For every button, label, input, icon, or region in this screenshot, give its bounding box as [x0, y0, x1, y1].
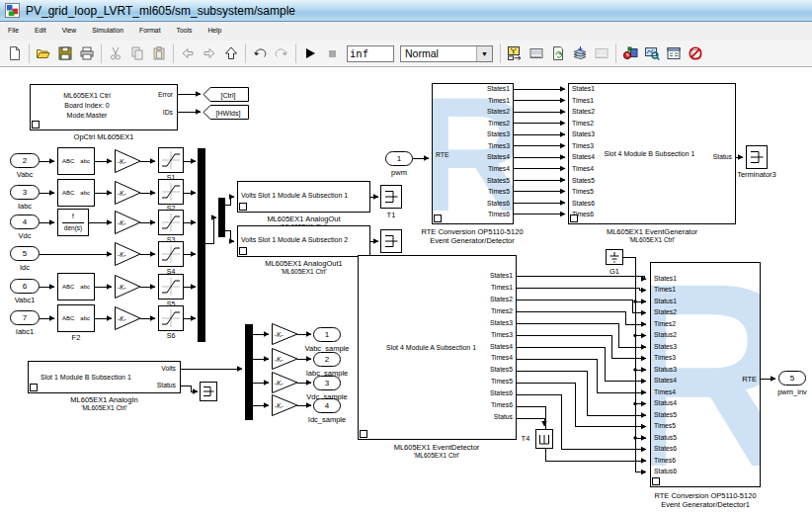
demux-bar-small[interactable] [218, 198, 225, 237]
gain-block-4[interactable]: -K- [115, 242, 141, 266]
block-badge-icon [360, 430, 367, 438]
svg-text:-K-: -K- [275, 402, 284, 409]
port-label: States1 [487, 86, 510, 93]
gain-block-1[interactable]: -K- [115, 149, 141, 173]
block-badge-icon [239, 247, 247, 255]
analogin-subcaption: 'ML605EX1 Ctrl' [28, 404, 181, 412]
port-label: States2 [490, 297, 513, 303]
ground-block-g1[interactable] [606, 249, 623, 265]
abc-conversion-block-2[interactable]: ABCabc [57, 179, 95, 207]
opctrl-block[interactable]: ML605EX1 Ctrl Board Index: 0 Mode:Master… [30, 84, 178, 130]
port-label: States6 [572, 201, 621, 208]
terminator3-caption: Terminator3 [727, 170, 786, 179]
outport-5-pwm-inv[interactable]: 5 [778, 371, 806, 386]
rte-conversion1-block[interactable]: R States1Times1Status1States2Times2Statu… [650, 262, 761, 487]
inport-5-label: Idc [5, 263, 44, 272]
port-label: Times6 [488, 212, 510, 218]
analogout-caption: ML605EX1 AnalogOut [237, 215, 370, 223]
eventdetector-output-labels: States1Times1States2Times2States3Times3S… [473, 273, 513, 421]
eventgenerator-block[interactable]: States1Times1States2Times2States3Times3S… [568, 83, 736, 224]
port-label: Times3 [654, 355, 698, 362]
analogout1-block[interactable]: Volts Slot 1 Module A Subsection 2 [237, 225, 370, 257]
inport-5[interactable]: 5 [10, 246, 40, 261]
port-label: Times6 [572, 212, 621, 218]
inport-2-number: 2 [23, 156, 27, 165]
port-label: Status [494, 414, 513, 421]
opctrl-text-line2: Board Index: 0 [31, 101, 143, 111]
saturation-block-s1[interactable] [158, 147, 184, 173]
sample-gain-1[interactable]: -K- [272, 323, 298, 345]
port-label: States2 [572, 109, 621, 116]
eventdetector-block[interactable]: Slot 4 Module A Subsection 1 States1Time… [358, 255, 517, 440]
saturation-block-s2[interactable] [158, 179, 184, 205]
inport-3[interactable]: 3 [10, 185, 40, 200]
demux-bar-bottom[interactable] [245, 324, 253, 420]
block-badge-icon [239, 203, 247, 211]
analogin-status-terminator[interactable] [200, 382, 217, 401]
rte-output-labels: States1Times1States2Times2States3Times3S… [462, 86, 510, 218]
abc-conversion-block-1[interactable]: ABCabc [57, 147, 95, 175]
port-label: Times4 [488, 166, 510, 173]
block-badge-icon [652, 477, 660, 485]
mux-bar[interactable] [198, 148, 205, 342]
saturation-block-s4[interactable] [158, 241, 184, 267]
inport-1-pwm[interactable]: 1 [385, 151, 413, 166]
port-label: Times5 [491, 379, 513, 386]
terminator-t4-caption: T4 [518, 434, 533, 443]
saturation-block-s5[interactable] [158, 274, 184, 300]
abc-right-label: abc [80, 158, 90, 164]
port-label: Times1 [491, 285, 513, 292]
port-label: States3 [654, 344, 698, 351]
inport-4-number: 4 [23, 217, 27, 226]
abc-right-label: abc [80, 315, 90, 321]
rte-conversion-block[interactable]: R RTE States1Times1States2Times2States3T… [432, 83, 514, 224]
abc-left-label: ABC [62, 315, 74, 321]
saturation-block-s6[interactable] [158, 305, 184, 331]
rte-conversion1-subcaption: Event Generator/Detector1 [630, 500, 780, 509]
terminator-t1[interactable] [380, 185, 402, 209]
gain-block-6[interactable]: -K- [115, 306, 141, 330]
analogout1-caption: ML605EX1 AnalogOut1 [237, 259, 370, 268]
port-label: States1 [572, 86, 621, 93]
inport-6[interactable]: 6 [10, 279, 40, 294]
outport-5-number: 5 [790, 374, 794, 383]
outport-3-vdc-sample[interactable]: 3 [313, 376, 341, 390]
outport-2-iabc-sample[interactable]: 2 [313, 352, 341, 367]
gain-block-3[interactable]: -K- [115, 211, 141, 234]
port-label: Times2 [488, 121, 510, 128]
port-label: Status1 [654, 299, 698, 305]
outport-1-vabc-sample[interactable]: 1 [313, 327, 341, 342]
analogout1-subcaption: 'ML605EX1 Ctrl' [237, 268, 370, 276]
transfer-fcn-block[interactable]: f den(s) [57, 209, 89, 236]
port-label: States5 [654, 412, 698, 419]
port-label: Times5 [654, 423, 698, 430]
port-label: States4 [654, 378, 698, 385]
analogout-block[interactable]: Volts Slot 1 Module A Subsection 1 [237, 181, 370, 213]
port-label: Times5 [488, 189, 510, 196]
inport-3-label: Iabc [5, 202, 44, 211]
terminator-t4[interactable] [535, 429, 553, 449]
analogout-text: Volts Slot 1 Module A Subsection 1 [241, 192, 348, 199]
terminator3-block[interactable] [746, 145, 768, 169]
inport-2[interactable]: 2 [10, 153, 40, 168]
simulink-window: PV_grid_loop_LVRT_ml605/sm_subsystem/sam… [0, 0, 812, 515]
saturation-block-s3[interactable] [158, 210, 184, 235]
port-label: Status2 [654, 332, 698, 339]
abc-right-label: abc [80, 190, 90, 196]
goto-tag-hwids[interactable]: [HWIds] [203, 105, 250, 120]
eventdetector-text: Slot 4 Module A Subsection 1 [386, 344, 476, 351]
outport-4-idc-sample[interactable]: 4 [313, 398, 341, 413]
inport-4-label: Vdc [5, 231, 44, 240]
port-label: States3 [490, 320, 513, 327]
inport-7[interactable]: 7 [10, 310, 40, 325]
inport-1-number: 1 [397, 154, 401, 163]
goto-tag-ctrl[interactable]: [Ctrl] [203, 87, 250, 102]
gain-block-5[interactable]: -K- [115, 275, 141, 299]
abc-conversion-block-3[interactable]: ABCabc [57, 273, 95, 300]
abc-conversion-block-4[interactable]: ABCabc [57, 304, 95, 332]
analogin-block[interactable]: Slot 1 Module B Subsection 1 Volts Statu… [28, 361, 181, 393]
eventdetector-subcaption: 'ML605EX1 Ctrl' [363, 452, 511, 460]
gain-block-2[interactable]: -K- [115, 181, 141, 205]
inport-4[interactable]: 4 [10, 215, 40, 229]
saturation-caption-s6: S6 [158, 332, 184, 340]
